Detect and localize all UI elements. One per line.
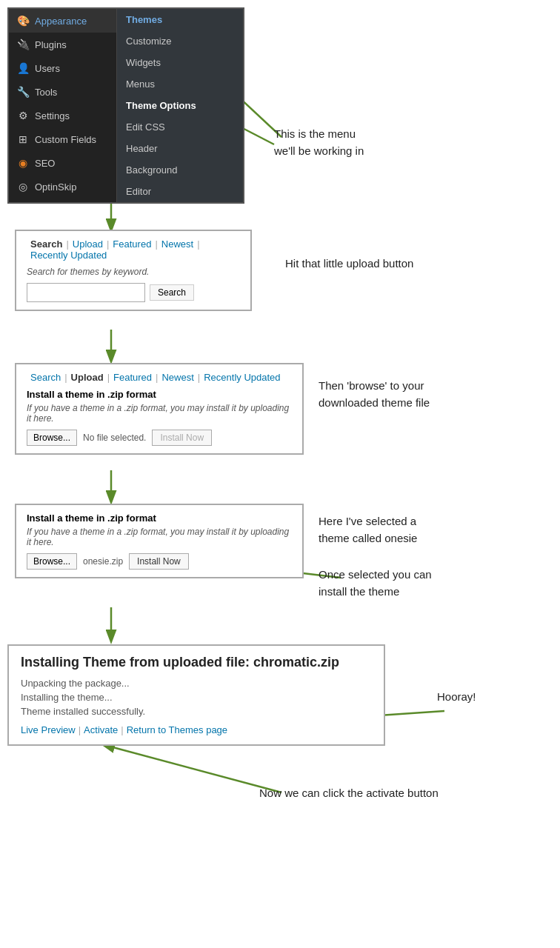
live-preview-link[interactable]: Live Preview: [21, 724, 76, 735]
menu-item-tools-label: Tools: [35, 87, 57, 98]
installing-panel: Installing Theme from uploaded file: chr…: [7, 644, 385, 746]
step3-annotation: Then 'browse' to yourdownloaded theme fi…: [319, 378, 430, 411]
step5-installing-container: Installing Theme from uploaded file: chr…: [7, 644, 385, 746]
menu-item-optinskip-label: OptinSkip: [35, 181, 76, 193]
nav-recently-updated[interactable]: Recently Updated: [27, 250, 110, 261]
step4-annotation2: Once selected you caninstall the theme: [319, 567, 432, 600]
file-selected-text: onesie.zip: [83, 556, 123, 567]
menu-item-seo[interactable]: ◉ SEO: [9, 151, 116, 175]
users-icon: 👤: [16, 62, 30, 74]
search-button[interactable]: Search: [150, 284, 194, 301]
return-to-themes-link[interactable]: Return to Themes page: [127, 724, 227, 735]
install-button-empty[interactable]: Install Now: [152, 430, 212, 446]
nav-featured-2[interactable]: Featured: [110, 372, 156, 383]
nav-recently-updated-2[interactable]: Recently Updated: [200, 372, 284, 383]
nav-newest[interactable]: Newest: [158, 238, 197, 250]
submenu-menus[interactable]: Menus: [117, 73, 243, 95]
step4-annotation1: Here I've selected atheme called onesie: [319, 513, 417, 547]
upload-panel-filled: Install a theme in .zip format If you ha…: [15, 504, 304, 578]
step1-annotation: This is the menuwe'll be working in: [274, 126, 364, 159]
installing-line2: Installing the theme...: [21, 692, 372, 703]
tools-icon: 🔧: [16, 86, 30, 98]
menu-item-users[interactable]: 👤 Users: [9, 56, 116, 80]
step2-annotation: Hit that little upload button: [285, 256, 413, 273]
nav-newest-2[interactable]: Newest: [158, 372, 197, 383]
installing-links: Live Preview | Activate | Return to Them…: [21, 724, 372, 735]
search-panel: Search | Upload | Featured | Newest | Re…: [15, 230, 252, 311]
menu-item-custom-fields-label: Custom Fields: [35, 134, 96, 145]
nav-featured[interactable]: Featured: [109, 238, 155, 250]
step1-menu-container: 🎨 Appearance 🔌 Plugins 👤 Users 🔧 Tools ⚙: [7, 7, 259, 204]
installing-line1: Unpacking the package...: [21, 678, 372, 689]
wp-admin-menu: 🎨 Appearance 🔌 Plugins 👤 Users 🔧 Tools ⚙: [7, 7, 244, 204]
submenu-themes[interactable]: Themes: [117, 9, 243, 30]
browse-button-empty[interactable]: Browse...: [27, 430, 77, 446]
browse-button-filled[interactable]: Browse...: [27, 553, 77, 570]
wp-menu-right: Themes Customize Widgets Menus Theme Opt…: [116, 9, 243, 202]
install-button-filled[interactable]: Install Now: [129, 553, 189, 570]
submenu-edit-css[interactable]: Edit CSS: [117, 116, 243, 138]
plugins-icon: 🔌: [16, 39, 30, 50]
submenu-header[interactable]: Header: [117, 138, 243, 159]
nav-upload-2[interactable]: Upload: [67, 372, 107, 383]
no-file-text: No file selected.: [83, 433, 146, 443]
search-input[interactable]: [27, 283, 145, 302]
upload-panel-desc-2: If you have a theme in a .zip format, yo…: [27, 527, 292, 547]
nav-upload[interactable]: Upload: [69, 238, 107, 250]
step2-search-container: Search | Upload | Featured | Newest | Re…: [15, 230, 252, 311]
step5-annotation2: Now we can click the activate button: [259, 785, 439, 802]
search-panel-desc: Search for themes by keyword.: [27, 267, 240, 277]
search-panel-nav: Search | Upload | Featured | Newest | Re…: [27, 238, 240, 261]
menu-item-custom-fields[interactable]: ⊞ Custom Fields: [9, 127, 116, 151]
optinskip-icon: ◎: [16, 181, 30, 193]
submenu-customize[interactable]: Customize: [117, 30, 243, 52]
menu-item-tools[interactable]: 🔧 Tools: [9, 80, 116, 104]
menu-item-appearance[interactable]: 🎨 Appearance: [9, 9, 116, 33]
submenu-background[interactable]: Background: [117, 159, 243, 181]
step3-upload-container: Search | Upload | Featured | Newest | Re…: [15, 363, 304, 455]
menu-item-seo-label: SEO: [35, 158, 55, 169]
custom-fields-icon: ⊞: [16, 133, 30, 145]
menu-item-optinskip[interactable]: ◎ OptinSkip: [9, 175, 116, 198]
menu-item-plugins[interactable]: 🔌 Plugins: [9, 33, 116, 56]
upload-panel-title: Install a theme in .zip format: [27, 389, 292, 400]
wp-menu-left: 🎨 Appearance 🔌 Plugins 👤 Users 🔧 Tools ⚙: [9, 9, 116, 202]
submenu-widgets[interactable]: Widgets: [117, 52, 243, 73]
appearance-icon: 🎨: [16, 15, 30, 27]
menu-item-settings[interactable]: ⚙ Settings: [9, 104, 116, 127]
activate-link[interactable]: Activate: [84, 724, 118, 735]
settings-icon: ⚙: [16, 110, 30, 121]
menu-item-appearance-label: Appearance: [35, 16, 87, 27]
installing-line3: Theme installed successfully.: [21, 706, 372, 717]
menu-item-settings-label: Settings: [35, 110, 70, 121]
submenu-theme-options[interactable]: Theme Options: [117, 95, 243, 116]
nav-search-2[interactable]: Search: [27, 372, 64, 383]
search-panel-form: Search: [27, 283, 240, 302]
submenu-editor[interactable]: Editor: [117, 181, 243, 202]
installing-title: Installing Theme from uploaded file: chr…: [21, 655, 372, 670]
upload-panel-empty: Search | Upload | Featured | Newest | Re…: [15, 363, 304, 455]
upload-panel-row: Browse... No file selected. Install Now: [27, 430, 292, 446]
upload-panel-nav: Search | Upload | Featured | Newest | Re…: [27, 372, 292, 383]
step5-annotation1: Hooray!: [437, 689, 476, 706]
svg-line-8: [107, 746, 281, 792]
seo-icon: ◉: [16, 157, 30, 169]
nav-search[interactable]: Search: [27, 238, 66, 250]
menu-item-plugins-label: Plugins: [35, 39, 67, 50]
menu-item-users-label: Users: [35, 63, 60, 74]
upload-panel-title-2: Install a theme in .zip format: [27, 513, 292, 524]
upload-panel-row-2: Browse... onesie.zip Install Now: [27, 553, 292, 570]
upload-panel-desc: If you have a theme in a .zip format, yo…: [27, 403, 292, 424]
step4-upload-container: Install a theme in .zip format If you ha…: [15, 504, 304, 578]
